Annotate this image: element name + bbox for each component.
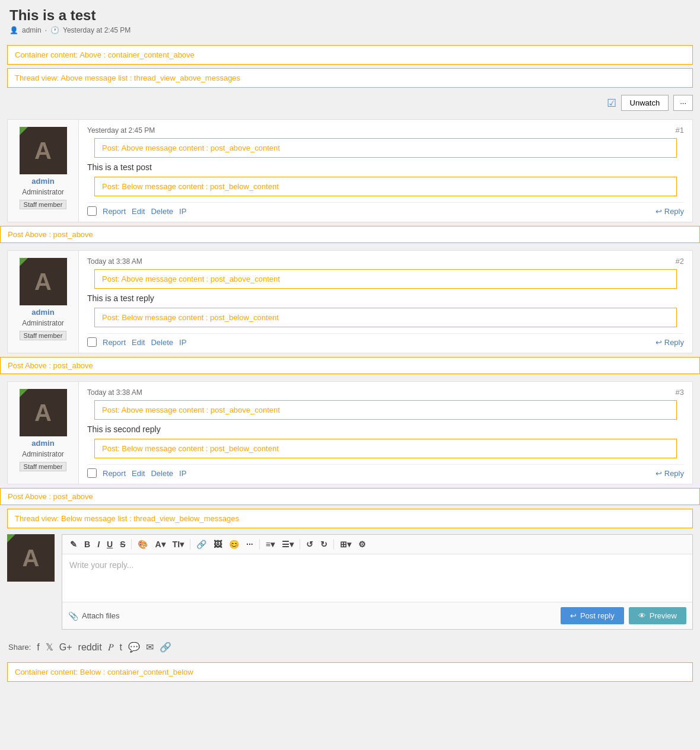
post-above-1: Post Above : post_above — [0, 226, 700, 243]
toolbar-link-button[interactable]: 🔗 — [193, 538, 209, 550]
share-email-icon[interactable]: ✉ — [146, 642, 154, 653]
toolbar-bold-button[interactable]: B — [81, 538, 93, 550]
check-icon: ☑ — [607, 97, 616, 110]
post-main-2: Today at 3:38 AM #2 Post: Above message … — [79, 251, 692, 353]
share-facebook-icon[interactable]: f — [37, 642, 39, 653]
ip-link-3[interactable]: IP — [179, 469, 186, 478]
preview-eye-icon: 👁 — [638, 611, 646, 620]
post-card-1: A admin Administrator Staff member Yeste… — [7, 119, 693, 222]
report-link-1[interactable]: Report — [103, 207, 126, 216]
post-checkbox-1[interactable] — [87, 206, 97, 216]
thread-title: This is a test — [0, 0, 700, 26]
toolbar-image-button[interactable]: 🖼 — [211, 538, 225, 550]
toolbar-underline-button[interactable]: U — [104, 538, 116, 550]
username-2[interactable]: admin — [31, 308, 54, 317]
reply-arrow-icon-1: ↩ — [656, 207, 662, 216]
reply-avatar: A — [7, 534, 55, 582]
username-1[interactable]: admin — [31, 177, 54, 186]
editor-footer: 📎 Attach files ↩ Post reply 👁 Preview — [62, 602, 692, 629]
user-role-3: Administrator — [22, 450, 64, 458]
posts-area: A admin Administrator Staff member Yeste… — [0, 116, 700, 505]
username-3[interactable]: admin — [31, 439, 54, 448]
share-whatsapp-icon[interactable]: 💬 — [128, 642, 140, 653]
toolbar-strike-button[interactable]: S — [117, 538, 128, 550]
thread-meta: 👤 admin · 🕐 Yesterday at 2:45 PM — [0, 26, 700, 42]
more-options-button[interactable]: ··· — [673, 95, 693, 111]
post-above-2: Post Above : post_above — [0, 357, 700, 374]
toolbar-sep-1 — [131, 539, 132, 550]
toolbar-undo-button[interactable]: ↺ — [303, 538, 316, 550]
post-main-1: Yesterday at 2:45 PM #1 Post: Above mess… — [79, 120, 692, 222]
toolbar-font-button[interactable]: A▾ — [152, 538, 168, 550]
post-body-2: This is a test reply — [87, 293, 684, 303]
share-label: Share: — [8, 643, 31, 652]
toolbar-size-button[interactable]: TI▾ — [170, 538, 187, 550]
post-checkbox-3[interactable] — [87, 468, 97, 478]
toolbar-color-button[interactable]: 🎨 — [135, 538, 151, 550]
share-tumblr-icon[interactable]: t — [120, 642, 122, 653]
post-body-1: This is a test post — [87, 162, 684, 172]
toolbar-more-button[interactable]: ··· — [243, 538, 256, 550]
post-checkbox-2[interactable] — [87, 337, 97, 347]
report-link-3[interactable]: Report — [103, 469, 126, 478]
edit-link-1[interactable]: Edit — [132, 207, 145, 216]
toolbar-align-button[interactable]: ≡▾ — [263, 538, 278, 550]
reply-link-2[interactable]: ↩ Reply — [656, 338, 684, 347]
post-actions-left-1: Report Edit Delete IP — [87, 206, 186, 216]
staff-badge-1: Staff member — [20, 200, 67, 209]
post-body-3: This is second reply — [87, 425, 684, 434]
share-googleplus-icon[interactable]: G+ — [59, 642, 72, 653]
post-header-2: Today at 3:38 AM #2 — [87, 257, 684, 266]
post-header-1: Yesterday at 2:45 PM #1 — [87, 126, 684, 135]
attach-files-button[interactable]: 📎 Attach files — [68, 611, 120, 621]
share-reddit-icon[interactable]: reddit — [78, 642, 102, 653]
post-actions-3: Report Edit Delete IP ↩ Reply — [87, 464, 684, 478]
toolbar-sep-5 — [333, 539, 334, 550]
ip-link-2[interactable]: IP — [179, 338, 186, 347]
preview-button[interactable]: 👁 Preview — [629, 607, 686, 624]
share-link-icon[interactable]: 🔗 — [160, 642, 171, 653]
thread-author: admin — [22, 26, 42, 34]
avatar-3: A — [20, 389, 67, 436]
user-role-1: Administrator — [22, 188, 64, 196]
unwatch-bar: ☑ Unwatch ··· — [0, 90, 700, 116]
attach-label: Attach files — [82, 611, 120, 620]
avatar-tag-2 — [20, 258, 28, 266]
reply-section: A ✎ B I U S 🎨 A▾ TI▾ 🔗 🖼 😊 ··· ≡▾ ☰▾ — [0, 528, 700, 636]
toolbar-emoji-button[interactable]: 😊 — [226, 538, 242, 550]
toolbar-sep-4 — [300, 539, 300, 550]
toolbar-settings-button[interactable]: ⚙ — [355, 538, 369, 550]
post-sidebar-3: A admin Administrator Staff member — [8, 382, 79, 484]
reply-link-3[interactable]: ↩ Reply — [656, 469, 684, 478]
post-time-3: Today at 3:38 AM — [87, 388, 142, 397]
reply-link-1[interactable]: ↩ Reply — [656, 207, 684, 216]
post-time-1: Yesterday at 2:45 PM — [87, 126, 155, 135]
toolbar-redo-button[interactable]: ↻ — [317, 538, 330, 550]
post-num-1: #1 — [676, 126, 684, 135]
edit-link-2[interactable]: Edit — [132, 338, 145, 347]
share-twitter-icon[interactable]: 𝕏 — [46, 642, 53, 653]
container-content-below: Container content: Below : container_con… — [7, 662, 693, 682]
toolbar-table-button[interactable]: ⊞▾ — [337, 538, 354, 550]
ip-link-1[interactable]: IP — [179, 207, 186, 216]
toolbar-italic-button[interactable]: I — [94, 538, 103, 550]
delete-link-3[interactable]: Delete — [151, 469, 173, 478]
post-reply-button[interactable]: ↩ Post reply — [561, 607, 624, 624]
post-actions-left-2: Report Edit Delete IP — [87, 337, 186, 347]
edit-link-3[interactable]: Edit — [132, 469, 145, 478]
delete-link-2[interactable]: Delete — [151, 338, 173, 347]
editor-placeholder: Write your reply... — [69, 560, 133, 570]
post-card-2: A admin Administrator Staff member Today… — [7, 250, 693, 353]
delete-link-1[interactable]: Delete — [151, 207, 173, 216]
share-pinterest-icon[interactable]: 𝑃 — [108, 642, 114, 653]
report-link-2[interactable]: Report — [103, 338, 126, 347]
unwatch-button[interactable]: Unwatch — [621, 95, 669, 111]
toolbar-pen-button[interactable]: ✎ — [67, 538, 80, 550]
toolbar-list-button[interactable]: ☰▾ — [279, 538, 297, 550]
preview-label: Preview — [650, 611, 677, 620]
editor-body[interactable]: Write your reply... — [62, 554, 692, 602]
user-icon: 👤 — [9, 26, 18, 34]
clock-icon: 🕐 — [50, 26, 59, 34]
attach-icon: 📎 — [68, 611, 78, 621]
post-num-3: #3 — [676, 388, 684, 397]
